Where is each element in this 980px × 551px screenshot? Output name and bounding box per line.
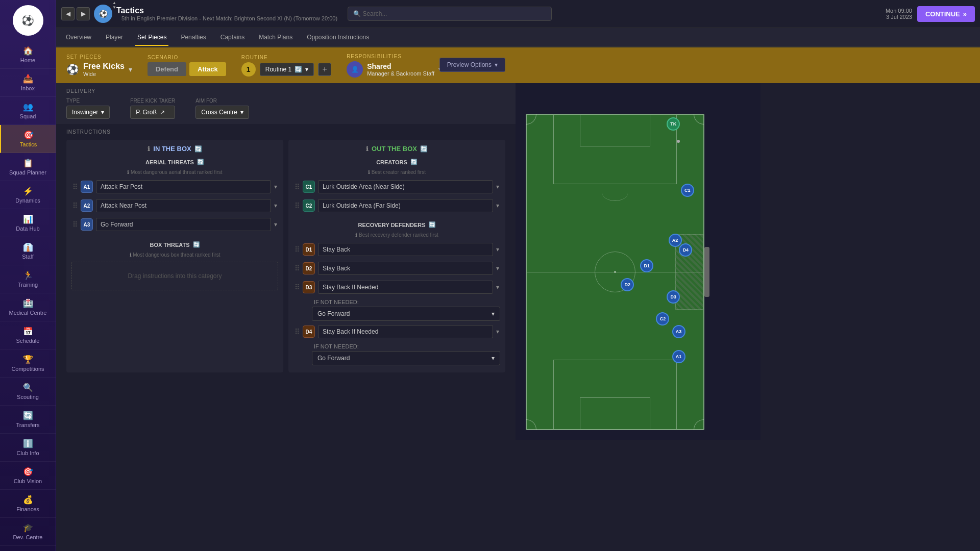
- sidebar-item-finances[interactable]: 💰 Finances: [0, 490, 56, 518]
- subnav-penalties[interactable]: Penalties: [179, 30, 208, 46]
- if-not-chevron-d3: ▾: [492, 310, 495, 317]
- goal-marker: [704, 247, 709, 297]
- d2-chevron-icon[interactable]: ▾: [496, 265, 499, 272]
- taker-select[interactable]: P. Groß ↗: [130, 106, 175, 119]
- sidebar-item-competitions[interactable]: 🏆 Competitions: [0, 349, 56, 378]
- sidebar-item-squad-planner[interactable]: 📋 Squad Planner: [0, 153, 56, 181]
- d3-select[interactable]: Stay Back If Needed: [318, 281, 493, 294]
- c2-select[interactable]: Lurk Outside Area (Far Side): [318, 199, 493, 212]
- recovery-defenders-refresh-icon[interactable]: 🔄: [429, 221, 436, 228]
- a2-select[interactable]: Attack Near Post: [96, 199, 271, 212]
- sidebar-item-inbox[interactable]: 📥 Inbox: [0, 69, 56, 97]
- routine-select[interactable]: Routine 1 🔄 ▾: [260, 63, 314, 76]
- subnav-overview[interactable]: Overview: [64, 30, 93, 46]
- sidebar-item-club-vision[interactable]: 🎯 Club Vision: [0, 462, 56, 490]
- subnav-set-pieces[interactable]: Set Pieces: [135, 30, 168, 46]
- d4-select[interactable]: Stay Back If Needed: [318, 325, 493, 338]
- sidebar-item-scouting[interactable]: 🔍 Scouting: [0, 378, 56, 406]
- if-not-select-d3[interactable]: Go Forward ▾: [312, 307, 500, 321]
- box-threats-refresh-icon[interactable]: 🔄: [193, 241, 200, 248]
- setpiece-header: SET PIECES ⚽ Free Kicks Wide ▾ SCENARIO …: [56, 47, 980, 83]
- search-input[interactable]: 🔍 Search...: [348, 7, 552, 21]
- player-d2: D2: [621, 278, 634, 291]
- aim-select[interactable]: Cross Centre ▾: [195, 106, 249, 119]
- sidebar-item-transfers[interactable]: 🔄 Transfers: [0, 406, 56, 434]
- subnav-player[interactable]: Player: [104, 30, 125, 46]
- type-value: Inswinger: [72, 109, 98, 116]
- in-box-refresh-icon[interactable]: 🔄: [194, 145, 202, 153]
- sidebar-item-schedule[interactable]: 📅 Schedule: [0, 321, 56, 349]
- a3-select[interactable]: Go Forward: [96, 218, 271, 231]
- d2-select[interactable]: Stay Back: [318, 262, 493, 275]
- drag-handle-a1[interactable]: ⠿: [72, 183, 78, 191]
- set-pieces-dropdown[interactable]: ▾: [129, 65, 132, 73]
- recovery-row-d3: ⠿ D3 Stay Back If Needed ▾: [293, 279, 500, 296]
- recovery-row-d2: ⠿ D2 Stay Back ▾: [293, 260, 500, 277]
- sidebar-item-squad[interactable]: 👥 Squad: [0, 97, 56, 125]
- sidebar-item-home[interactable]: 🏠 Home: [0, 41, 56, 69]
- subnav-opposition-instructions[interactable]: Opposition Instructions: [305, 30, 371, 46]
- sidebar-item-staff[interactable]: 👔 Staff: [0, 237, 56, 265]
- drag-handle-d2[interactable]: ⠿: [295, 264, 300, 272]
- if-not-value-d3: Go Forward: [317, 310, 350, 317]
- staff-icon: 👔: [23, 242, 33, 252]
- topbar: ◀ ▶ ⚽ ▲ ▼ Tactics 5th in English Premier…: [56, 0, 980, 28]
- a1-chevron-icon[interactable]: ▾: [274, 183, 277, 190]
- preview-chevron-icon: ▾: [495, 61, 498, 68]
- delivery-section: DELIVERY TYPE Inswinger ▾ FREE KICK TAKE: [56, 83, 516, 124]
- sidebar-item-label: Club Vision: [14, 478, 42, 484]
- subnav-captains[interactable]: Captains: [218, 30, 247, 46]
- c1-select[interactable]: Lurk Outside Area (Near Side): [318, 180, 493, 193]
- a2-chevron-icon[interactable]: ▾: [274, 202, 277, 209]
- aerial-threats-refresh-icon[interactable]: 🔄: [197, 159, 204, 165]
- drag-handle-d4[interactable]: ⠿: [295, 328, 300, 336]
- continue-button[interactable]: CONTINUE »: [917, 6, 975, 22]
- d1-select[interactable]: Stay Back: [318, 243, 493, 256]
- routine-name: Routine 1: [265, 66, 291, 73]
- preview-options-button[interactable]: Preview Options ▾: [439, 58, 505, 72]
- inbox-icon: 📥: [23, 74, 33, 84]
- player-c1: C1: [681, 184, 694, 197]
- transfers-icon: 🔄: [23, 411, 33, 420]
- tactics-icon: 🎯: [23, 130, 34, 140]
- d1-chevron-icon[interactable]: ▾: [496, 246, 499, 253]
- c1-chevron-icon[interactable]: ▾: [496, 183, 499, 190]
- sidebar-item-dynamics[interactable]: ⚡ Dynamics: [0, 181, 56, 209]
- type-field: TYPE Inswinger ▾: [66, 98, 110, 119]
- sidebar-item-medical[interactable]: 🏥 Medical Centre: [0, 293, 56, 321]
- creators-refresh-icon[interactable]: 🔄: [410, 159, 418, 165]
- a1-select[interactable]: Attack Far Post: [96, 180, 271, 193]
- d4-chevron-icon[interactable]: ▾: [496, 328, 499, 335]
- defend-button[interactable]: Defend: [148, 62, 186, 76]
- sidebar-item-tactics[interactable]: 🎯 Tactics: [0, 125, 56, 153]
- sidebar-item-club-info[interactable]: ℹ️ Club Info: [0, 434, 56, 462]
- delivery-row: TYPE Inswinger ▾ FREE KICK TAKER P. Groß: [66, 98, 249, 119]
- drag-handle-c2[interactable]: ⠿: [295, 202, 300, 210]
- drag-handle-a3[interactable]: ⠿: [72, 220, 78, 229]
- field-visualization: TK C1 A2 D4 D1 D2 D3 C2 A3 A1: [526, 114, 704, 430]
- drag-handle-a2[interactable]: ⠿: [72, 202, 78, 210]
- c2-chevron-icon[interactable]: ▾: [496, 202, 499, 209]
- squad-planner-icon: 📋: [23, 158, 33, 168]
- subnav-match-plans[interactable]: Match Plans: [257, 30, 295, 46]
- attack-button[interactable]: Attack: [189, 62, 226, 76]
- if-not-select-d4[interactable]: Go Forward ▾: [312, 351, 500, 365]
- routine-add-button[interactable]: +: [318, 63, 331, 76]
- d3-chevron-icon[interactable]: ▾: [496, 284, 499, 291]
- aerial-threat-row-a3: ⠿ A3 Go Forward ▾: [71, 216, 278, 233]
- club-info-icon: ℹ️: [23, 439, 33, 448]
- badge-c1: C1: [303, 181, 315, 193]
- corner-arc-top-left: [526, 114, 536, 124]
- nav-forward-button[interactable]: ▶: [77, 7, 90, 20]
- sidebar-item-dev-centre[interactable]: 🎓 Dev. Centre: [0, 518, 56, 546]
- drag-handle-d1[interactable]: ⠿: [295, 245, 300, 254]
- nav-back-button[interactable]: ◀: [61, 7, 75, 20]
- a3-chevron-icon[interactable]: ▾: [274, 221, 277, 228]
- drag-handle-c1[interactable]: ⠿: [295, 183, 300, 191]
- sidebar-item-training[interactable]: 🏃 Training: [0, 265, 56, 293]
- drag-handle-d3[interactable]: ⠿: [295, 283, 300, 291]
- sidebar-item-data-hub[interactable]: 📊 Data Hub: [0, 209, 56, 237]
- responsibilities-name: Shared: [367, 62, 434, 70]
- out-box-refresh-icon[interactable]: 🔄: [420, 145, 428, 153]
- type-select[interactable]: Inswinger ▾: [66, 106, 110, 119]
